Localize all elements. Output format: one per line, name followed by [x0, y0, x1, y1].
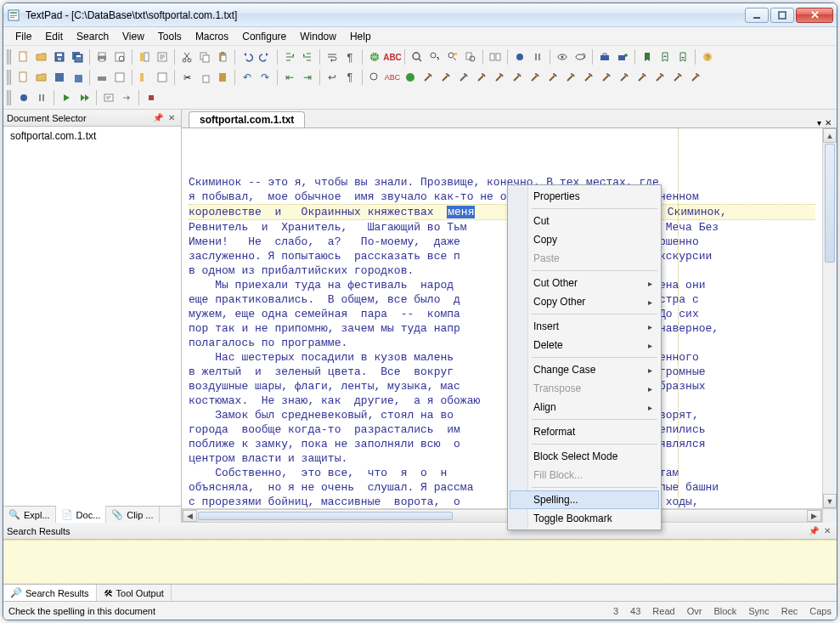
print-preview-icon[interactable] — [111, 48, 128, 65]
bookmark-icon[interactable] — [639, 48, 656, 65]
menu-file[interactable]: File — [8, 28, 38, 45]
close-icon[interactable]: ✕ — [821, 525, 833, 537]
browser-icon[interactable] — [402, 69, 419, 86]
scroll-thumb[interactable] — [198, 512, 453, 520]
print-icon[interactable] — [93, 69, 110, 86]
search-results-body[interactable] — [3, 540, 837, 584]
cm-toggle-bookmark[interactable]: Toggle Bookmark — [510, 509, 659, 528]
scroll-left-icon[interactable]: ◀ — [183, 510, 197, 522]
tab-dropdown-icon[interactable]: ▾ — [817, 118, 821, 127]
cm-reformat[interactable]: Reformat — [510, 422, 659, 441]
find-icon[interactable] — [366, 69, 383, 86]
minimize-button[interactable] — [745, 8, 769, 23]
pause-macro-icon[interactable] — [33, 89, 50, 106]
tool-pickaxe-icon[interactable] — [473, 69, 490, 86]
document-tab[interactable]: softportal.com.1.txt — [189, 111, 305, 127]
menu-macros[interactable]: Macros — [189, 28, 235, 45]
tool-pickaxe-icon[interactable] — [669, 69, 686, 86]
play-macro-icon[interactable] — [58, 89, 75, 106]
print-icon[interactable] — [93, 48, 110, 65]
cm-insert[interactable]: Insert — [510, 317, 659, 336]
cm-copy-other[interactable]: Copy Other — [510, 292, 659, 311]
macros-list-icon[interactable] — [100, 89, 117, 106]
tool-pickaxe-icon[interactable] — [634, 69, 651, 86]
cm-block-select[interactable]: Block Select Mode — [510, 447, 659, 466]
tool-pickaxe-icon[interactable] — [544, 69, 561, 86]
close-icon[interactable]: ✕ — [166, 112, 178, 124]
undo-icon[interactable]: ↶ — [239, 69, 256, 86]
spelling-icon[interactable]: ABC — [384, 48, 401, 65]
manage-files-icon[interactable] — [154, 48, 171, 65]
undo-icon[interactable] — [239, 48, 256, 65]
cm-paste[interactable]: Paste — [510, 249, 659, 268]
cm-align[interactable]: Align — [510, 398, 659, 416]
tool-pickaxe-icon[interactable] — [455, 69, 472, 86]
indent-right-icon[interactable] — [299, 48, 316, 65]
tool-pickaxe-icon[interactable] — [420, 69, 437, 86]
text-editor[interactable]: Скиминок -- это я, чтобы вы знали. Прозв… — [182, 128, 822, 508]
tool-pickaxe-icon[interactable] — [437, 69, 454, 86]
tab-search-results[interactable]: 🔎Search Results — [3, 585, 97, 601]
prev-bookmark-icon[interactable] — [657, 48, 674, 65]
indent-left-icon[interactable]: ⇤ — [281, 69, 298, 86]
next-bookmark-icon[interactable] — [674, 48, 691, 65]
find-next-icon[interactable] — [426, 48, 443, 65]
horizontal-scrollbar[interactable]: ◀ ▶ — [182, 509, 822, 523]
cm-fill-block[interactable]: Fill Block... — [510, 466, 659, 484]
compare-icon[interactable] — [487, 48, 504, 65]
menu-search[interactable]: Search — [70, 28, 116, 45]
tab-document[interactable]: 📄Doc... — [56, 506, 107, 523]
record-macro-dot-icon[interactable] — [511, 48, 528, 65]
open-file-icon[interactable] — [33, 69, 50, 86]
new-file-icon[interactable] — [15, 48, 32, 65]
menu-view[interactable]: View — [116, 28, 151, 45]
tool-pickaxe-icon[interactable] — [598, 69, 615, 86]
replace-icon[interactable] — [444, 48, 461, 65]
vertical-scrollbar[interactable]: ▲ ▼ — [822, 128, 837, 508]
open-file-icon[interactable] — [33, 48, 50, 65]
help-icon[interactable]: ? — [699, 48, 716, 65]
indent-left-icon[interactable] — [281, 48, 298, 65]
menu-window[interactable]: Window — [293, 28, 343, 45]
cm-cut-other[interactable]: Cut Other — [510, 274, 659, 292]
cut-icon[interactable]: ✂ — [178, 69, 195, 86]
cm-transpose[interactable]: Transpose — [510, 379, 659, 398]
titlebar[interactable]: TextPad - [C:\DataBase\txt\softportal.co… — [3, 3, 837, 27]
panel-header[interactable]: Search Results 📌 ✕ — [3, 523, 837, 540]
view-spy-reload-icon[interactable] — [572, 48, 589, 65]
view-spy-icon[interactable] — [554, 48, 571, 65]
menu-help[interactable]: Help — [343, 28, 378, 45]
pause-macro-icon[interactable] — [529, 48, 546, 65]
spelling-icon[interactable]: ABC — [384, 69, 401, 86]
macros-stop-icon[interactable] — [143, 89, 160, 106]
toolbar-grip[interactable] — [7, 70, 11, 85]
pin-icon[interactable]: 📌 — [152, 112, 164, 124]
redo-icon[interactable]: ↷ — [257, 69, 273, 86]
copy-icon[interactable] — [196, 69, 213, 86]
save-all-icon[interactable] — [69, 69, 86, 86]
scroll-thumb[interactable] — [825, 144, 835, 263]
browser-icon[interactable] — [366, 48, 383, 65]
cut-icon[interactable] — [178, 48, 195, 65]
pin-icon[interactable]: 📌 — [808, 525, 820, 537]
show-whitespace-icon[interactable]: ¶ — [341, 48, 358, 65]
show-whitespace-icon[interactable]: ¶ — [341, 69, 358, 86]
save-all-icon[interactable] — [69, 48, 86, 65]
cm-change-case[interactable]: Change Case — [510, 360, 659, 379]
copy-icon[interactable] — [196, 48, 213, 65]
word-wrap-icon[interactable] — [324, 48, 341, 65]
scroll-down-icon[interactable]: ▼ — [823, 494, 837, 508]
tool-pickaxe-icon[interactable] — [580, 69, 597, 86]
cm-delete[interactable]: Delete — [510, 336, 659, 354]
tool-pickaxe-icon[interactable] — [651, 69, 668, 86]
maximize-button[interactable] — [770, 8, 794, 23]
save-icon[interactable] — [51, 69, 68, 86]
new-file-icon[interactable] — [15, 69, 32, 86]
panel-header[interactable]: Document Selector 📌 ✕ — [3, 110, 181, 127]
word-wrap-icon[interactable]: ↩ — [324, 69, 341, 86]
indent-right-icon[interactable]: ⇥ — [299, 69, 316, 86]
toolbar-grip[interactable] — [7, 49, 11, 65]
tab-clip[interactable]: 📎Clip ... — [106, 507, 159, 523]
menu-configure[interactable]: Configure — [235, 28, 293, 45]
tool-pickaxe-icon[interactable] — [616, 69, 633, 86]
